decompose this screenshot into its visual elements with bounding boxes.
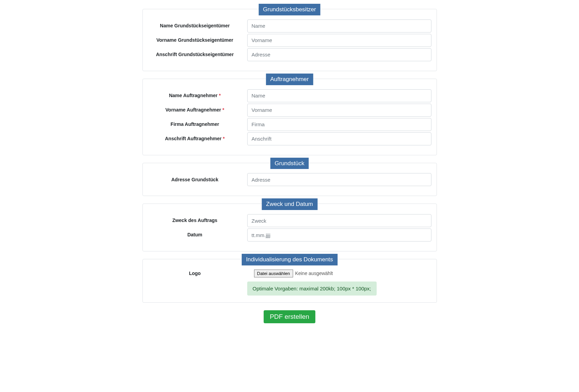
logo-hint: Optimale Vorgaben: maximal 200kb; 100px … [247,282,377,296]
section-owner-legend: Grundstücksbesitzer [259,4,320,15]
file-input-wrap: Datei auswählen Keine ausgewählt [247,270,431,277]
submit-button[interactable]: PDF erstellen [264,310,315,323]
row-contractor-vorname: Vorname Auftragnehmer * [148,104,431,117]
input-contractor-firma[interactable] [247,118,431,131]
section-customization-legend: Individualisierung des Dokuments [241,254,337,265]
input-purpose-datum[interactable] [247,228,431,241]
section-property: Grundstück Adresse Grundstück [142,163,437,196]
row-owner-name: Name Grundstückseigentümer [148,19,431,32]
section-contractor: Auftragnehmer Name Auftragnehmer * Vorna… [142,79,437,155]
label-owner-anschrift: Anschrift Grundstückseigentümer [148,51,247,58]
label-contractor-firma: Firma Auftragnehmer [148,121,247,128]
row-property-adresse: Adresse Grundstück [148,173,431,186]
label-property-adresse: Adresse Grundstück [148,177,247,183]
row-purpose-zweck: Zweck des Auftrags [148,214,431,227]
row-contractor-firma: Firma Auftragnehmer [148,118,431,131]
row-owner-vorname: Vorname Grundstückseigentümer [148,34,431,47]
file-choose-button[interactable]: Datei auswählen [254,270,293,277]
label-owner-name: Name Grundstückseigentümer [148,23,247,29]
row-purpose-datum: Datum [148,228,431,241]
submit-wrap: PDF erstellen [142,310,437,323]
label-owner-vorname: Vorname Grundstückseigentümer [148,37,247,44]
section-contractor-legend: Auftragnehmer [266,74,313,85]
required-marker: * [221,107,224,113]
section-customization: Individualisierung des Dokuments Logo Da… [142,259,437,303]
input-property-adresse[interactable] [247,173,431,186]
row-contractor-name: Name Auftragnehmer * [148,89,431,102]
label-contractor-vorname: Vorname Auftragnehmer * [148,107,247,114]
input-owner-anschrift[interactable] [247,48,431,61]
label-contractor-anschrift: Anschrift Auftragnehmer * [148,135,247,142]
section-purpose-legend: Zweck und Datum [262,198,317,210]
label-logo: Logo [148,270,247,277]
input-owner-name[interactable] [247,19,431,32]
row-owner-anschrift: Anschrift Grundstückseigentümer [148,48,431,61]
input-contractor-anschrift[interactable] [247,132,431,145]
input-purpose-zweck[interactable] [247,214,431,227]
file-status-text: Keine ausgewählt [295,271,333,276]
input-contractor-name[interactable] [247,89,431,102]
label-purpose-zweck: Zweck des Auftrags [148,217,247,224]
row-logo: Logo Datei auswählen Keine ausgewählt [148,270,431,277]
input-contractor-vorname[interactable] [247,104,431,117]
section-purpose: Zweck und Datum Zweck des Auftrags Datum [142,204,437,251]
required-marker: * [217,93,221,98]
required-marker: * [222,136,225,141]
input-owner-vorname[interactable] [247,34,431,47]
label-contractor-name: Name Auftragnehmer * [148,92,247,99]
section-property-legend: Grundstück [270,158,309,169]
row-contractor-anschrift: Anschrift Auftragnehmer * [148,132,431,145]
section-owner: Grundstücksbesitzer Name Grundstückseige… [142,9,437,71]
label-purpose-datum: Datum [148,232,247,238]
